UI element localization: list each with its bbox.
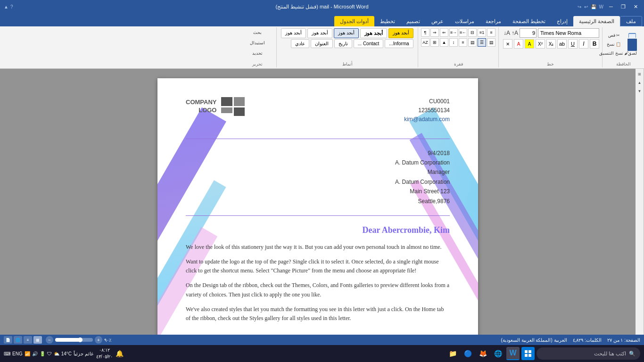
- tab-design[interactable]: تصميم: [401, 16, 426, 26]
- sender-info: CU0001 1235550134 kim@adatum.com: [404, 97, 450, 124]
- tab-file[interactable]: ملف: [620, 16, 642, 26]
- align-right-button[interactable]: ▤: [487, 38, 495, 47]
- font-color-button[interactable]: A: [514, 39, 523, 49]
- nav-btn-2[interactable]: ▲: [636, 79, 643, 86]
- zoom-out-button[interactable]: −: [46, 336, 53, 344]
- sort-button[interactable]: AZ: [421, 38, 429, 47]
- style-active-btn[interactable]: أبجد هوز: [334, 28, 359, 38]
- increase-indent-button[interactable]: →≡: [449, 28, 458, 37]
- highlight-button[interactable]: A: [525, 39, 534, 49]
- volume-icon[interactable]: 🔊: [32, 351, 38, 356]
- borders-button[interactable]: ⊞: [430, 38, 439, 47]
- save-icon[interactable]: 💾: [591, 4, 596, 9]
- tab-layout[interactable]: تخطيط: [374, 16, 401, 26]
- weather-icon[interactable]: ⛅: [54, 351, 59, 356]
- shading-button[interactable]: ▲: [440, 38, 448, 47]
- justify-button[interactable]: ≡: [459, 38, 467, 47]
- nav-btn-1[interactable]: ⊞: [636, 71, 643, 77]
- style-find-btn[interactable]: أبجد هوز: [388, 28, 413, 38]
- search-box[interactable]: 🔍 اكتب هنا للبحث: [537, 347, 640, 360]
- start-button[interactable]: [521, 347, 535, 360]
- chrome-taskbar-icon[interactable]: 🌐: [491, 347, 504, 360]
- copy-button[interactable]: 📋 نسخ: [605, 40, 622, 49]
- undo-icon[interactable]: ↩: [584, 4, 588, 9]
- paragraph-label: فقرة: [454, 62, 463, 66]
- battery-icon[interactable]: 🔋: [40, 351, 45, 356]
- logo-block-3: [234, 107, 245, 116]
- rtl-button[interactable]: ⇐: [440, 28, 448, 37]
- minimize-button[interactable]: ─: [606, 2, 616, 11]
- decrease-indent-button[interactable]: ←≡: [459, 28, 467, 37]
- zoom-level[interactable]: ٩٠٪: [104, 337, 111, 343]
- font-size-input[interactable]: [520, 28, 537, 38]
- outline-view-button[interactable]: ≡: [24, 336, 32, 344]
- help-icon[interactable]: ?: [10, 4, 13, 9]
- style-find2-btn[interactable]: أبجد هوز: [360, 28, 387, 38]
- edge-taskbar-icon[interactable]: 🔵: [461, 347, 474, 360]
- style-address-btn[interactable]: العنوان: [311, 39, 333, 48]
- windows-logo-icon: [525, 350, 531, 357]
- zoom-slider[interactable]: [55, 338, 93, 342]
- ribbon-toggle-icon[interactable]: ▲: [4, 4, 8, 9]
- cut-button[interactable]: ✂ قص: [605, 31, 622, 40]
- underline-button[interactable]: U: [568, 39, 578, 49]
- style-contact-btn[interactable]: Contact ...: [354, 39, 384, 48]
- close-button[interactable]: ✕: [631, 2, 640, 11]
- ltr-button[interactable]: ⇒: [430, 28, 439, 37]
- nav-btn-3[interactable]: ▼: [636, 88, 643, 94]
- tab-table-tools[interactable]: أدوات الجدول: [334, 16, 374, 26]
- font-size-decrease-icon[interactable]: A↓: [504, 30, 510, 36]
- network-icon[interactable]: 📶: [25, 351, 30, 356]
- format-painter-button[interactable]: 🖌 نسخ التنسيق: [605, 49, 622, 58]
- align-center-button[interactable]: ☰: [478, 38, 486, 47]
- shield-icon[interactable]: 🛡: [47, 351, 52, 356]
- replace-button[interactable]: استبدال: [249, 39, 266, 47]
- italic-button[interactable]: I: [579, 39, 588, 49]
- font-name-input[interactable]: [538, 28, 599, 38]
- clock[interactable]: ٠٨:١٢ ٤٣/٠٥/٢٠: [96, 347, 113, 360]
- tab-insert[interactable]: إدراج: [551, 16, 573, 26]
- files-taskbar-icon[interactable]: 📁: [446, 347, 459, 360]
- word-taskbar-icon[interactable]: W: [506, 347, 520, 360]
- multilevel-list-button[interactable]: ⊟: [468, 28, 477, 37]
- maximize-button[interactable]: ❐: [619, 2, 628, 11]
- keyboard-icon[interactable]: ⌨: [4, 351, 10, 356]
- redo-icon[interactable]: ↪: [578, 4, 581, 9]
- align-left-button[interactable]: ▤: [468, 38, 477, 47]
- zoom-slider-thumb[interactable]: [78, 337, 83, 342]
- style-btn4[interactable]: أبجد هوز: [307, 28, 332, 38]
- zoom-in-button[interactable]: +: [95, 336, 102, 344]
- select-button[interactable]: تحديد: [249, 49, 266, 58]
- tab-view[interactable]: عرض: [426, 16, 449, 26]
- find-button[interactable]: بحث: [249, 28, 266, 37]
- clear-format-button[interactable]: ✕: [503, 39, 512, 49]
- show-para-button[interactable]: ¶: [421, 28, 429, 37]
- firefox-taskbar-icon[interactable]: 🦊: [476, 347, 489, 360]
- tab-review[interactable]: مراجعة: [480, 16, 507, 26]
- tab-page-layout[interactable]: تخطيط الصفحة: [507, 16, 551, 26]
- style-btn5[interactable]: أبجد هوز: [281, 28, 306, 38]
- web-view-button[interactable]: 🌐: [14, 336, 22, 344]
- strikethrough-button[interactable]: ab: [557, 39, 567, 49]
- document-page[interactable]: CU0001 1235550134 kim@adatum.com COMPANY…: [157, 78, 478, 335]
- superscript-button[interactable]: X²: [536, 39, 545, 49]
- language-indicator[interactable]: العربية (المملكة العربية السعودية): [501, 337, 567, 343]
- bold-button[interactable]: B: [590, 39, 599, 49]
- letter-date: 9/4/2018: [186, 148, 450, 158]
- style-history-btn[interactable]: تاريخ: [334, 39, 352, 48]
- recipient-street: 123 Main Street: [186, 187, 450, 196]
- notification-icon[interactable]: 🔔: [116, 350, 124, 357]
- tab-home[interactable]: الصفحة الرئيسية: [573, 16, 620, 26]
- line-spacing-button[interactable]: ↕: [449, 38, 458, 47]
- font-size-increase-icon[interactable]: A↑: [512, 30, 518, 36]
- lang-indicator[interactable]: ENG: [12, 351, 23, 356]
- draft-view-button[interactable]: ▦: [33, 336, 42, 344]
- bullets-button[interactable]: ≡: [487, 28, 495, 37]
- left-panel: ⊞ ▲ ▼: [636, 69, 644, 335]
- subscript-button[interactable]: X₂: [546, 39, 556, 49]
- print-view-button[interactable]: 📄: [4, 336, 12, 344]
- numbering-button[interactable]: 1≡: [478, 28, 486, 37]
- style-normal-btn[interactable]: عادي: [291, 39, 309, 48]
- tab-mailings[interactable]: مراسلات: [449, 16, 480, 26]
- style-informa-btn[interactable]: Informa...: [385, 39, 413, 48]
